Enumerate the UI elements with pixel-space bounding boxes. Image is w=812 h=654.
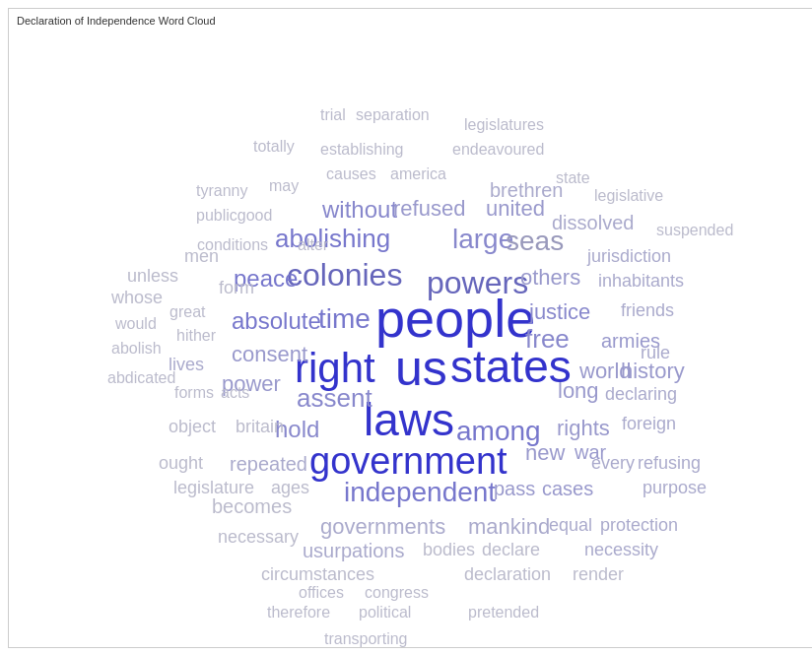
word-totally: totally: [253, 139, 295, 155]
word-long: long: [558, 380, 599, 402]
word-britain: britain: [236, 418, 284, 435]
chart-title: Declaration of Independence Word Cloud: [9, 9, 812, 31]
word-others: others: [520, 267, 580, 289]
word-declare: declare: [482, 541, 540, 558]
word-rights: rights: [557, 418, 610, 439]
word-assent: assent: [297, 385, 372, 411]
word-unless: unless: [127, 267, 178, 285]
word-declaration: declaration: [464, 565, 551, 583]
word-colonies: colonies: [287, 259, 402, 291]
word-free: free: [525, 326, 570, 352]
word-laws: laws: [364, 397, 454, 442]
word-absolute: absolute: [232, 309, 321, 333]
word-separation: separation: [356, 107, 430, 123]
word-circumstances: circumstances: [261, 565, 374, 583]
word-becomes: becomes: [212, 496, 292, 516]
word-state: state: [556, 170, 590, 186]
word-therefore: therefore: [267, 605, 330, 621]
word-form: form: [219, 279, 254, 296]
word-equal: equal: [549, 516, 592, 534]
word-abolish: abolish: [111, 341, 162, 357]
word-abolishing: abolishing: [275, 226, 390, 251]
word-cloud: peopleusstateslawsgovernmentrightcolonie…: [9, 31, 812, 631]
word-establishing: establishing: [320, 142, 404, 158]
word-hither: hither: [176, 328, 216, 344]
word-friends: friends: [621, 301, 674, 319]
word-governments: governments: [320, 516, 445, 538]
word-large: large: [452, 226, 513, 253]
word-refusing: refusing: [638, 454, 701, 472]
word-acts: acts: [221, 385, 249, 401]
word-object: object: [169, 418, 216, 435]
word-ages: ages: [271, 479, 309, 496]
word-us: us: [395, 344, 447, 393]
word-tyranny: tyranny: [196, 183, 247, 199]
word-rule: rule: [641, 344, 670, 361]
word-great: great: [169, 304, 205, 320]
word-forms: forms: [174, 385, 214, 401]
word-pretended: pretended: [468, 605, 539, 621]
word-necessary: necessary: [218, 528, 299, 546]
word-consent: consent: [232, 344, 307, 365]
word-jurisdiction: jurisdiction: [587, 247, 671, 265]
word-trial: trial: [320, 107, 346, 123]
word-powers: powers: [427, 267, 528, 298]
word-legislative: legislative: [594, 188, 663, 204]
word-causes: causes: [326, 166, 376, 182]
word-without: without: [322, 198, 397, 222]
word-suspended: suspended: [656, 223, 733, 238]
word-united: united: [486, 198, 545, 220]
word-every: every: [591, 454, 635, 472]
word-alter: alter: [298, 237, 328, 253]
word-congress: congress: [365, 585, 429, 601]
word-would: would: [115, 316, 157, 332]
word-justice: justice: [529, 301, 590, 323]
word-may: may: [269, 178, 299, 194]
word-legislature: legislature: [173, 479, 254, 496]
word-new: new: [525, 442, 565, 464]
word-abdicated: abdicated: [107, 370, 175, 386]
word-independent: independent: [344, 479, 496, 506]
word-refused: refused: [393, 198, 465, 220]
word-seas: seas: [506, 228, 564, 255]
word-ought: ought: [159, 454, 203, 472]
word-endeavoured: endeavoured: [452, 142, 544, 158]
word-political: political: [359, 605, 411, 621]
word-repeated: repeated: [230, 454, 307, 474]
word-time: time: [318, 305, 371, 333]
word-usurpations: usurpations: [303, 541, 404, 560]
word-inhabitants: inhabitants: [598, 272, 684, 290]
word-pass: pass: [494, 479, 535, 498]
word-foreign: foreign: [622, 415, 676, 432]
word-cases: cases: [542, 479, 593, 498]
word-publicgood: publicgood: [196, 208, 272, 224]
word-bodies: bodies: [423, 541, 475, 558]
word-legislatures: legislatures: [464, 117, 544, 133]
word-conditions: conditions: [197, 237, 268, 253]
main-container: Declaration of Independence Word Cloud p…: [8, 8, 812, 648]
word-transporting: transporting: [324, 631, 408, 647]
word-offices: offices: [299, 585, 344, 601]
word-necessity: necessity: [584, 541, 658, 558]
word-america: america: [390, 166, 446, 182]
word-whose: whose: [111, 289, 163, 306]
word-mankind: mankind: [468, 516, 550, 538]
word-dissolved: dissolved: [552, 213, 634, 232]
word-protection: protection: [600, 516, 678, 534]
word-brethren: brethren: [490, 180, 564, 200]
word-government: government: [309, 442, 508, 480]
word-purpose: purpose: [643, 479, 707, 496]
word-render: render: [573, 565, 624, 583]
word-history: history: [621, 360, 685, 382]
word-declaring: declaring: [605, 385, 677, 403]
